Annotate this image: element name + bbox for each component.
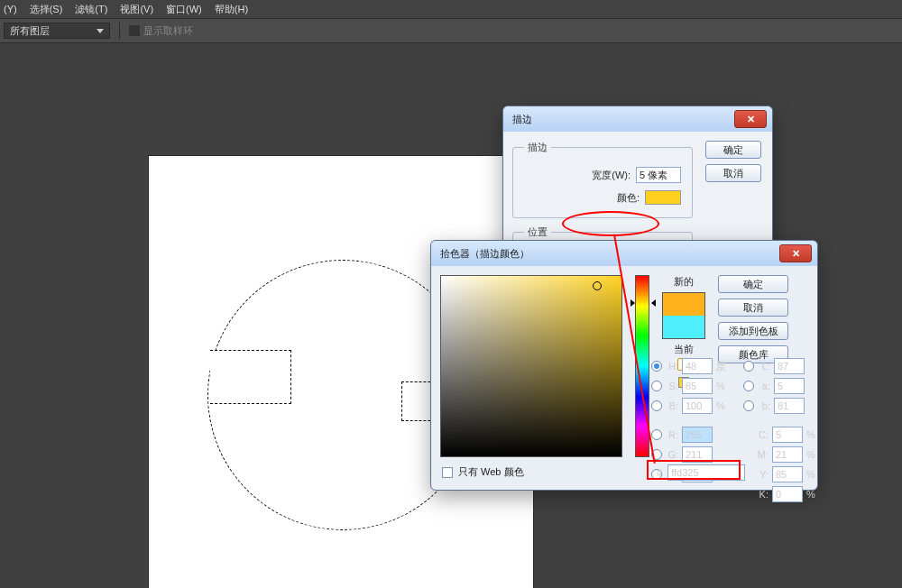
k-input[interactable]: 0	[772, 486, 803, 502]
m-field-row: M:21%	[743, 446, 821, 463]
r-input[interactable]: 255	[682, 427, 713, 443]
close-button[interactable]: ✕	[779, 244, 812, 262]
marquee-selection-notch	[210, 350, 291, 404]
hue-marker-icon	[651, 299, 656, 307]
radio-icon[interactable]	[743, 381, 754, 391]
layer-filter-value: 所有图层	[10, 24, 50, 38]
checkbox-icon	[129, 25, 140, 36]
new-color-label: 新的	[674, 275, 694, 289]
lb-field-row: b:81	[743, 398, 821, 414]
stroke-fieldset: 描边 宽度(W): 5 像素 颜色:	[512, 141, 693, 218]
h-input[interactable]: 48	[682, 358, 713, 374]
color-cursor[interactable]	[593, 281, 602, 290]
chevron-down-icon	[97, 29, 104, 33]
menu-item[interactable]: 窗口(W)	[166, 3, 202, 16]
saturation-brightness-field[interactable]	[440, 275, 622, 457]
c-field-row: C:5%	[743, 427, 821, 443]
dialog-title: 描边	[512, 113, 532, 126]
menu-bar: (Y) 选择(S) 滤镜(T) 视图(V) 窗口(W) 帮助(H)	[0, 0, 902, 18]
a-field-row: a:5	[743, 378, 821, 394]
fieldset-legend: 描边	[524, 141, 551, 154]
current-color-label: 当前	[674, 343, 694, 356]
menu-item[interactable]: (Y)	[4, 4, 17, 14]
color-label: 颜色:	[617, 191, 640, 205]
g-input[interactable]: 211	[682, 446, 713, 463]
hex-input[interactable]: ffd325	[667, 464, 745, 481]
l-input[interactable]: 87	[774, 358, 805, 374]
r-field-row: R:255	[651, 427, 729, 443]
b-field-row: B:100%	[651, 398, 729, 414]
close-button[interactable]: ✕	[734, 110, 767, 128]
dialog-title: 拾色器（描边颜色）	[440, 247, 529, 261]
radio-icon[interactable]	[743, 400, 754, 411]
s-field-row: S:85%	[651, 378, 729, 394]
hex-label: #	[657, 467, 662, 478]
b-input[interactable]: 100	[682, 398, 713, 414]
web-only-label: 只有 Web 颜色	[458, 465, 524, 479]
menu-item[interactable]: 帮助(H)	[215, 3, 248, 16]
radio-icon[interactable]	[743, 361, 754, 372]
width-label: 宽度(W):	[592, 169, 630, 182]
cancel-button[interactable]: 取消	[705, 164, 761, 182]
lb-input[interactable]: 81	[774, 398, 805, 414]
dialog-titlebar[interactable]: 拾色器（描边颜色） ✕	[431, 241, 817, 266]
options-bar: 所有图层 显示取样环	[0, 18, 902, 43]
radio-icon[interactable]	[651, 449, 662, 460]
c-input[interactable]: 5	[772, 427, 803, 443]
stroke-width-input[interactable]: 5 像素	[636, 167, 681, 183]
menu-item[interactable]: 视图(V)	[120, 3, 153, 16]
m-input[interactable]: 21	[772, 446, 803, 463]
close-icon: ✕	[792, 248, 800, 260]
y-field-row: Y:85%	[743, 466, 821, 482]
ok-button[interactable]: 确定	[718, 275, 788, 293]
color-picker-dialog: 拾色器（描边颜色） ✕ 新的 当前 !	[430, 240, 818, 491]
s-input[interactable]: 85	[682, 378, 713, 394]
menu-item[interactable]: 滤镜(T)	[75, 3, 107, 16]
menu-item[interactable]: 选择(S)	[30, 3, 63, 16]
radio-icon[interactable]	[651, 361, 662, 372]
show-sample-ring-checkbox[interactable]: 显示取样环	[129, 24, 193, 38]
hue-slider[interactable]	[635, 275, 649, 457]
ok-button[interactable]: 确定	[705, 141, 761, 159]
fieldset-legend: 位置	[524, 225, 551, 239]
dialog-titlebar[interactable]: 描边 ✕	[503, 106, 772, 132]
new-color	[663, 293, 704, 316]
stroke-color-swatch[interactable]	[645, 190, 681, 205]
l-field-row: L:87	[743, 358, 821, 374]
preview-swatch[interactable]	[662, 292, 705, 339]
h-field-row: H:48度	[651, 358, 729, 374]
radio-icon[interactable]	[651, 429, 662, 440]
current-color	[663, 316, 704, 338]
radio-icon[interactable]	[651, 381, 662, 391]
layer-filter-select[interactable]: 所有图层	[4, 23, 110, 39]
web-only-checkbox[interactable]: 只有 Web 颜色	[442, 465, 524, 479]
cancel-button[interactable]: 取消	[718, 299, 788, 317]
close-icon: ✕	[747, 114, 755, 125]
hue-marker-icon	[630, 299, 635, 307]
add-swatch-button[interactable]: 添加到色板	[718, 322, 788, 340]
radio-icon[interactable]	[651, 400, 662, 411]
checkbox-label: 显示取样环	[143, 24, 193, 38]
k-field-row: K:0%	[743, 486, 821, 502]
y-input[interactable]: 85	[772, 466, 803, 482]
checkbox-icon	[442, 467, 453, 478]
a-input[interactable]: 5	[774, 378, 805, 394]
g-field-row: G:211	[651, 446, 729, 463]
